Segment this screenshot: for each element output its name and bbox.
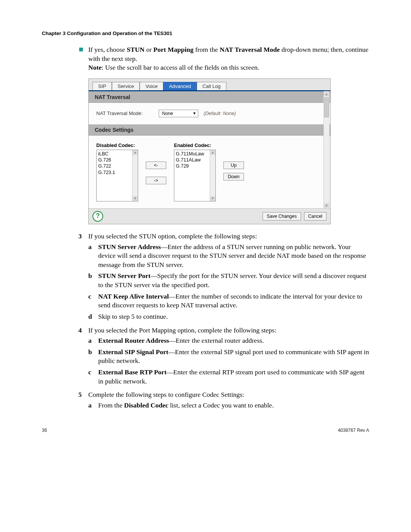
- doc-revision: 4038767 Rev A: [338, 428, 369, 433]
- tab-service[interactable]: Service: [112, 82, 140, 90]
- nat-mode-select[interactable]: None ▼: [159, 110, 198, 117]
- scroll-thumb[interactable]: [324, 97, 329, 117]
- chevron-down-icon: ▼: [193, 111, 196, 115]
- bullet-icon: [79, 48, 83, 51]
- step-5: 5 Complete the following steps to config…: [78, 390, 369, 412]
- move-right-button[interactable]: ->: [146, 177, 166, 184]
- nat-default-hint: (Default: None): [204, 111, 236, 116]
- scroll-down-icon[interactable]: ▼: [132, 196, 138, 201]
- step-number: 3: [78, 232, 88, 324]
- config-screenshot: ▲ ▼ SIP Service Voice Advanced Call Log …: [88, 78, 331, 224]
- help-icon[interactable]: ?: [92, 211, 103, 222]
- scroll-down-icon[interactable]: ▼: [324, 203, 329, 208]
- step-number: 5: [78, 390, 88, 412]
- scroll-down-icon[interactable]: ▼: [210, 196, 215, 201]
- step-3: 3 If you selected the STUN option, compl…: [78, 232, 369, 324]
- disabled-codec-title: Disabled Codec:: [96, 142, 138, 148]
- intro-bullet: If yes, choose STUN or Port Mapping from…: [88, 45, 369, 72]
- list-scrollbar[interactable]: ▲ ▼: [132, 150, 138, 201]
- scroll-up-icon[interactable]: ▲: [324, 91, 329, 97]
- nat-mode-value: None: [162, 111, 173, 116]
- tab-voice[interactable]: Voice: [140, 82, 163, 90]
- move-up-button[interactable]: Up: [223, 161, 244, 169]
- step-number: 4: [78, 326, 88, 388]
- list-item[interactable]: G.726: [98, 157, 136, 163]
- tab-row: SIP Service Voice Advanced Call Log: [89, 79, 330, 91]
- step-4: 4 If you selected the Port Mapping optio…: [78, 326, 369, 388]
- save-changes-button[interactable]: Save Changes: [263, 212, 301, 220]
- list-item[interactable]: G.723.1: [98, 169, 136, 176]
- scroll-up-icon[interactable]: ▲: [210, 150, 215, 155]
- step-text: If you selected the STUN option, complet…: [88, 232, 257, 240]
- disabled-codec-list[interactable]: iLBC G.726 G.722 G.723.1 ▲ ▼: [96, 150, 138, 201]
- step-text: Complete the following steps to configur…: [88, 391, 244, 398]
- nat-mode-label: NAT Traversal Mode:: [96, 110, 153, 116]
- step-text: If you selected the Port Mapping option,…: [88, 326, 276, 334]
- list-scrollbar[interactable]: ▲ ▼: [210, 150, 215, 201]
- chapter-header: Chapter 3 Configuration and Operation of…: [42, 30, 369, 36]
- tab-call-log[interactable]: Call Log: [197, 82, 226, 90]
- list-item[interactable]: G.711MuLaw: [176, 151, 214, 157]
- intro-text: If yes, choose STUN or Port Mapping from…: [88, 46, 368, 62]
- list-item[interactable]: G.711ALaw: [176, 157, 214, 163]
- tab-advanced[interactable]: Advanced: [163, 82, 197, 90]
- page-number: 36: [42, 428, 47, 433]
- move-down-button[interactable]: Down: [223, 173, 244, 181]
- list-item[interactable]: G.722: [98, 163, 136, 169]
- scrollbar[interactable]: ▲ ▼: [323, 91, 330, 209]
- section-nat-traversal: NAT Traversal: [89, 91, 330, 103]
- move-left-button[interactable]: <-: [146, 161, 166, 169]
- enabled-codec-title: Enabled Codec:: [174, 142, 216, 148]
- enabled-codec-list[interactable]: G.711MuLaw G.711ALaw G.729 ▲ ▼: [174, 150, 216, 201]
- note-line: Note: Use the scroll bar to access all o…: [88, 64, 259, 71]
- cancel-button[interactable]: Cancel: [304, 212, 327, 220]
- scroll-up-icon[interactable]: ▲: [132, 150, 138, 155]
- list-item[interactable]: G.729: [176, 163, 214, 169]
- section-codec-settings: Codec Settings: [89, 124, 330, 136]
- list-item[interactable]: iLBC: [98, 151, 136, 157]
- tab-sip[interactable]: SIP: [92, 82, 112, 90]
